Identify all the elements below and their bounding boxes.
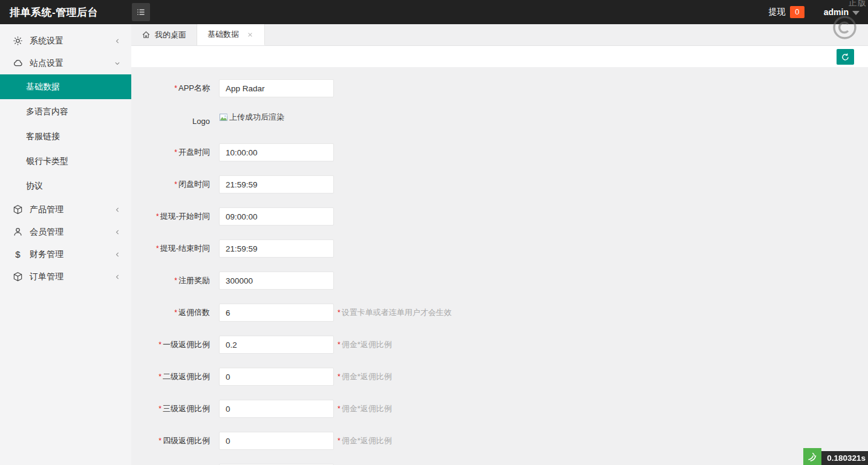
close-icon[interactable]	[246, 31, 254, 39]
required-asterisk: *	[156, 244, 159, 253]
sidebar-item-label: 会员管理	[30, 227, 113, 238]
field-label: *开盘时间	[131, 143, 210, 161]
sidebar-subitem-label: 客服链接	[26, 131, 60, 141]
user-icon	[13, 227, 23, 237]
home-icon	[142, 30, 151, 39]
sidebar-item[interactable]: 产品管理	[0, 198, 131, 221]
withdraw-link[interactable]: 提现	[769, 7, 786, 18]
tab-1[interactable]: 基础数据	[197, 24, 265, 45]
field-input[interactable]	[219, 175, 334, 193]
sidebar-item-label: 财务管理	[30, 249, 113, 260]
form-row: *三级返佣比例*佣金*返佣比例	[131, 400, 868, 418]
sidebar-subitem[interactable]: 多语言内容	[0, 99, 131, 124]
form-row: *一级返佣比例*佣金*返佣比例	[131, 336, 868, 354]
app-title: 排单系统-管理后台	[0, 5, 127, 19]
form-row: *注册奖励	[131, 272, 868, 290]
form-row: *提现-结束时间	[131, 239, 868, 258]
field-label: *返佣倍数	[131, 304, 210, 322]
required-asterisk: *	[174, 180, 177, 189]
sidebar-subitem[interactable]: 客服链接	[0, 124, 131, 149]
field-input[interactable]	[219, 368, 334, 386]
sidebar-item[interactable]: $财务管理	[0, 243, 131, 265]
form-row: *提现-开始时间	[131, 207, 868, 226]
debug-bar: 0.180321s	[803, 448, 868, 465]
field-input[interactable]	[219, 336, 334, 354]
sidebar-subitem[interactable]: 银行卡类型	[0, 149, 131, 174]
sidebar-item-label: 订单管理	[30, 272, 113, 282]
sidebar-item-label: 产品管理	[30, 204, 113, 215]
form-row: *闭盘时间	[131, 175, 868, 193]
chevron-left-icon	[113, 250, 122, 259]
chevron-left-icon	[113, 37, 122, 45]
field-label: *提现-开始时间	[131, 207, 210, 226]
sidebar-subitem-label: 多语言内容	[26, 106, 68, 116]
form-row: Logo上传成功后渲染	[131, 111, 868, 131]
field-input[interactable]	[219, 272, 334, 290]
box-icon	[13, 272, 23, 282]
cloud-icon	[13, 58, 23, 68]
tab-0[interactable]: 我的桌面	[131, 24, 197, 45]
top-header: 排单系统-管理后台 提现 0 admin	[0, 0, 868, 24]
toolbar	[131, 46, 868, 68]
field-input[interactable]	[219, 143, 334, 161]
sidebar-item[interactable]: 订单管理	[0, 265, 131, 288]
field-input[interactable]	[219, 207, 334, 226]
field-hint: *佣金*返佣比例	[338, 368, 392, 386]
field-hint: *佣金*返佣比例	[338, 336, 392, 354]
required-asterisk: *	[174, 148, 177, 157]
field-label: *闭盘时间	[131, 175, 210, 193]
image-alt-text: 上传成功后渲染	[229, 112, 284, 122]
chevron-left-icon	[113, 206, 122, 214]
required-asterisk: *	[174, 276, 177, 285]
main-area: 我的桌面基础数据 *APP名称Logo上传成功后渲染*开盘时间*闭盘时间*提现-…	[131, 24, 868, 465]
required-asterisk: *	[338, 405, 341, 413]
field-label: *四级返佣比例	[131, 432, 210, 450]
dollar-icon: $	[13, 249, 23, 259]
required-asterisk: *	[158, 372, 162, 381]
withdraw-count-badge[interactable]: 0	[790, 6, 804, 18]
field-input[interactable]	[219, 79, 334, 97]
menu-toggle-button[interactable]	[132, 3, 150, 21]
sidebar-subitem[interactable]: 协议	[0, 174, 131, 198]
sidebar-item-label: 站点设置	[30, 58, 113, 69]
field-label: *三级返佣比例	[131, 400, 210, 418]
execution-time: 0.180321s	[821, 451, 868, 465]
required-asterisk: *	[158, 405, 162, 413]
content-area: *APP名称Logo上传成功后渲染*开盘时间*闭盘时间*提现-开始时间*提现-结…	[131, 67, 868, 465]
sidebar-item[interactable]: 会员管理	[0, 221, 131, 243]
field-input[interactable]	[219, 432, 334, 450]
required-asterisk: *	[338, 437, 341, 445]
required-asterisk: *	[158, 340, 162, 349]
field-label: *一级返佣比例	[131, 336, 210, 354]
watermark-text: 正版	[849, 0, 867, 8]
box-icon	[13, 204, 23, 215]
chevron-down-icon	[113, 59, 122, 68]
chevron-left-icon	[113, 228, 122, 236]
field-label: Logo	[131, 111, 210, 131]
required-asterisk: *	[174, 308, 177, 317]
field-label: *二级返佣比例	[131, 368, 210, 386]
field-input[interactable]	[219, 304, 334, 322]
thinkphp-logo-icon[interactable]	[803, 448, 821, 465]
field-hint: *佣金*返佣比例	[338, 400, 392, 418]
field-hint: *设置卡单或者连单用户才会生效	[338, 304, 452, 322]
form-row: *返佣倍数*设置卡单或者连单用户才会生效	[131, 304, 868, 322]
sidebar-item[interactable]: 站点设置	[0, 52, 131, 74]
sidebar-subitem[interactable]: 基础数据	[0, 74, 131, 99]
field-label: *提现-结束时间	[131, 239, 210, 258]
chevron-left-icon	[113, 273, 122, 281]
field-input[interactable]	[219, 400, 334, 418]
sidebar-menu: 系统设置站点设置基础数据多语言内容客服链接银行卡类型协议产品管理会员管理$财务管…	[0, 24, 131, 288]
required-asterisk: *	[158, 437, 162, 445]
sidebar-item[interactable]: 系统设置	[0, 30, 131, 52]
tab-label: 基础数据	[207, 29, 239, 40]
refresh-button[interactable]	[837, 49, 854, 65]
field-input[interactable]	[219, 239, 334, 258]
sidebar-subitem-label: 基础数据	[26, 82, 60, 91]
required-asterisk: *	[156, 212, 159, 221]
sidebar-subitem-label: 银行卡类型	[26, 156, 68, 166]
tab-bar: 我的桌面基础数据	[131, 24, 868, 46]
required-asterisk: *	[338, 372, 341, 381]
form-row: *开盘时间	[131, 143, 868, 161]
field-label: *APP名称	[131, 79, 210, 97]
